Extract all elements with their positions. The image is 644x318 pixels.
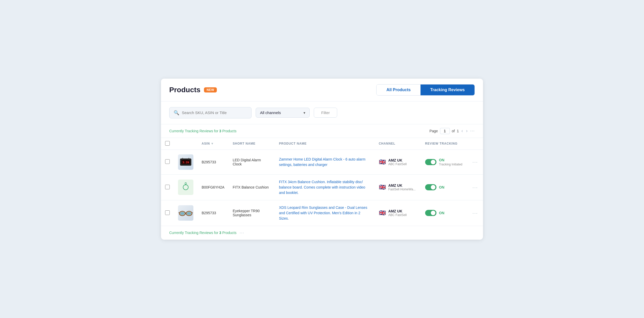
content: Currently Tracking Reviews for 3 Product… (161, 124, 483, 240)
search-wrapper: 🔍 (169, 107, 252, 118)
select-all-checkbox[interactable] (165, 141, 170, 146)
status-bar: Currently Tracking Reviews for 3 Product… (161, 124, 483, 138)
footer-bar: Currently Tracking Reviews for 3 Product… (161, 226, 483, 240)
row2-toggle-wrap: ON (425, 184, 463, 190)
of-label: of (452, 129, 455, 133)
row2-checkbox-cell (161, 174, 174, 200)
footer-text: Currently Tracking Reviews for 3 Product… (169, 231, 236, 235)
svg-line-17 (192, 212, 193, 213)
row3-product-link[interactable]: XDS Leopard Rim Sunglasses and Case - Du… (279, 205, 367, 220)
row2-channel-sub: FastSell HomeWa... (388, 188, 416, 191)
status-text: Currently Tracking Reviews for 3 Product… (169, 129, 236, 133)
row3-asin: B295733 (198, 200, 229, 226)
row1-checkbox-cell (161, 149, 174, 174)
th-tracking: REVIEW TRACKING (421, 138, 467, 149)
channel-select-label: All channels (260, 110, 281, 115)
row2-product-link[interactable]: FITX 34cm Balance Cushion. Inflatable st… (279, 180, 365, 195)
row3-channel: 🇬🇧 AMZ UK ABC FastSell (375, 200, 421, 226)
row2-flag-icon: 🇬🇧 (379, 184, 386, 191)
th-channel: CHANNEL (375, 138, 421, 149)
row1-slider (425, 159, 436, 165)
row2-toggle[interactable] (425, 184, 436, 190)
row2-shortname: FITX Balance Cushion (229, 174, 275, 200)
row3-shortname: Eyekepper TR90 Sunglasses (229, 200, 275, 226)
tab-all-products[interactable]: All Products (377, 85, 420, 95)
row3-tracking-label: ON (439, 211, 444, 215)
row2-tracking: ON (421, 174, 467, 200)
row2-product-image (178, 180, 193, 195)
row3-slider (425, 210, 436, 216)
th-actions (467, 138, 483, 149)
row1-tracking-sub: Tracking Initiated (439, 163, 462, 166)
row2-checkbox[interactable] (165, 185, 170, 189)
row2-asin: B00FG6YH2A (198, 174, 229, 200)
table-row: 3:39 B295733 LED Digital Alarm Clock Zam… (161, 149, 483, 174)
row2-slider (425, 184, 436, 190)
row2-actions: ··· (467, 174, 483, 200)
row1-image-cell: 3:39 (174, 149, 198, 174)
row2-channel-info: AMZ UK FastSell HomeWa... (388, 183, 416, 191)
page-input[interactable] (440, 128, 450, 134)
row3-channel-sub: ABC FastSell (388, 213, 407, 217)
th-shortname: SHORT NAME (229, 138, 275, 149)
row3-tracking-info: ON (439, 211, 444, 215)
row1-productname: Zammer Home LED Digital Alarm Clock - 6 … (275, 149, 375, 174)
svg-point-13 (180, 212, 185, 215)
channel-select[interactable]: All channels ▾ (256, 108, 310, 118)
th-image (174, 138, 198, 149)
row1-checkbox[interactable] (165, 159, 170, 164)
row1-channel-info: AMZ UK ABC FastSell (388, 158, 407, 166)
row3-channel-name: AMZ UK (388, 209, 407, 213)
row1-toggle[interactable] (425, 159, 436, 165)
row1-actions: ··· (467, 149, 483, 174)
chevron-down-icon: ▾ (303, 111, 305, 115)
row1-product-link[interactable]: Zammer Home LED Digital Alarm Clock - 6 … (279, 157, 365, 167)
th-productname: PRODUCT NAME (275, 138, 375, 149)
row3-product-image (178, 205, 193, 221)
new-badge: NEW (204, 87, 217, 92)
status-suffix: Products (222, 129, 236, 133)
svg-text:3:39: 3:39 (182, 161, 189, 164)
row2-tracking-label: ON (439, 185, 444, 189)
row3-actions: ··· (467, 200, 483, 226)
row1-tracking: ON Tracking Initiated (421, 149, 467, 174)
row3-checkbox-cell (161, 200, 174, 226)
footer-count: 3 (219, 231, 221, 235)
next-page-button[interactable]: › (466, 128, 468, 134)
row1-tracking-info: ON Tracking Initiated (439, 158, 462, 166)
row3-flag-icon: 🇬🇧 (379, 210, 386, 216)
svg-point-15 (187, 212, 191, 215)
total-pages: 1 (457, 129, 459, 133)
status-count: 3 (219, 129, 221, 133)
pagination: Page of 1 ‹ › ··· (430, 128, 475, 134)
table-row: B00FG6YH2A FITX Balance Cushion FITX 34c… (161, 174, 483, 200)
row2-actions-button[interactable]: ··· (471, 184, 479, 190)
search-icon: 🔍 (174, 110, 179, 116)
svg-line-16 (178, 212, 179, 213)
row1-tracking-label: ON (439, 158, 444, 162)
tab-group: All Products Tracking Reviews (376, 84, 475, 96)
th-asin[interactable]: ASIN ▾ (198, 138, 229, 149)
table-row: B295733 Eyekepper TR90 Sunglasses XDS Le… (161, 200, 483, 226)
tab-tracking-reviews[interactable]: Tracking Reviews (421, 85, 475, 95)
row2-image-cell (174, 174, 198, 200)
row3-actions-button[interactable]: ··· (471, 210, 479, 216)
row1-actions-button[interactable]: ··· (471, 159, 479, 165)
row2-tracking-info: ON (439, 185, 444, 189)
row3-toggle[interactable] (425, 210, 436, 216)
row1-shortname: LED Digital Alarm Clock (229, 149, 275, 174)
row1-product-image: 3:39 (178, 154, 193, 170)
prev-page-button[interactable]: ‹ (461, 128, 463, 134)
header-left: Products NEW (169, 86, 217, 94)
row2-productname: FITX 34cm Balance Cushion. Inflatable st… (275, 174, 375, 200)
app-container: Products NEW All Products Tracking Revie… (161, 79, 483, 240)
search-input[interactable] (182, 110, 247, 115)
row3-checkbox[interactable] (165, 210, 170, 215)
products-table: ASIN ▾ SHORT NAME PRODUCT NAME CHANNEL R… (161, 138, 483, 226)
filter-button[interactable]: Filter (314, 108, 337, 118)
table-header-row: ASIN ▾ SHORT NAME PRODUCT NAME CHANNEL R… (161, 138, 483, 149)
page-label: Page (430, 129, 438, 133)
pagination-more-icon: ··· (470, 128, 475, 134)
header: Products NEW All Products Tracking Revie… (161, 79, 483, 101)
svg-rect-5 (188, 158, 189, 159)
